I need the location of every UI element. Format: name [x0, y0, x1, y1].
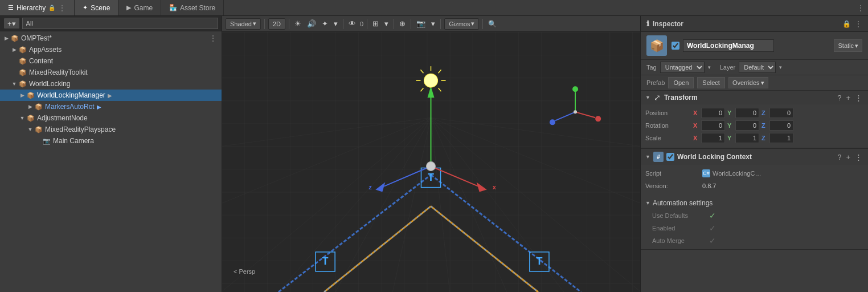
transform-icon[interactable]: ⊕ [398, 18, 407, 30]
expand-arrow[interactable]: ▼ [18, 115, 26, 121]
hierarchy-item-appassets[interactable]: ▶ 📦 AppAssets [0, 44, 222, 55]
tab-scene[interactable]: ✦ Scene [75, 0, 118, 15]
viewport-canvas[interactable]: 🔒 [222, 32, 640, 292]
script-file-icon: C# [702, 169, 710, 177]
main-layout: +▾ ▶ 📦 OMPTest* ⋮ ▶ 📦 AppAssets ▶ [0, 16, 868, 292]
fx-dropdown[interactable]: ▾ [332, 18, 339, 30]
object-active-checkbox[interactable] [672, 42, 679, 50]
svg-text:x: x [493, 184, 497, 190]
transform-help-btn[interactable]: ? [836, 94, 842, 102]
hierarchy-item-label: MarkersAutoRot [45, 103, 95, 111]
tab-asset-store-label: Asset Store [180, 4, 215, 12]
rotation-z-input[interactable] [769, 120, 793, 131]
hierarchy-add-button[interactable]: +▾ [3, 18, 20, 29]
tab-bar-menu-icon[interactable]: ⋮ [857, 3, 865, 13]
use-defaults-label: Use Defaults [652, 212, 709, 219]
hierarchy-item-content[interactable]: ▶ 📦 Content [0, 55, 222, 67]
wlc-actions: ? + ⋮ [836, 153, 863, 161]
search-viewport-icon[interactable]: 🔍 [486, 18, 498, 30]
wlc-component-header[interactable]: ▼ # World Locking Context ? + ⋮ [641, 148, 868, 165]
tag-select[interactable]: Untagged [660, 62, 705, 73]
hierarchy-item-maincamera[interactable]: ▶ 📷 Main Camera [0, 135, 222, 147]
hierarchy-item-markersautorot[interactable]: ▶ 📦 MarkersAutoRot ▶ [0, 101, 222, 112]
rotation-xyz: X Y Z [693, 120, 863, 131]
hierarchy-item-worldlockingmanager[interactable]: ▶ 📦 WorldLockingManager ▶ [0, 90, 222, 101]
overrides-label: Overrides [732, 79, 760, 86]
transform-body: Position X Y Z [641, 104, 868, 148]
automation-expand-arrow: ▼ [645, 200, 650, 206]
hierarchy-item-label: WorldLocking [29, 80, 70, 88]
gizmos-button[interactable]: Gizmos ▾ [444, 18, 479, 30]
scale-z-input[interactable] [769, 133, 793, 143]
transform-component: ▼ ⤢ Transform ? + ⋮ Position [641, 91, 868, 148]
automation-header[interactable]: ▼ Automation settings [645, 197, 863, 209]
expand-arrow[interactable]: ▼ [10, 81, 18, 87]
svg-point-50 [574, 110, 577, 113]
scale-x-input[interactable] [701, 133, 725, 143]
camera-dropdown[interactable]: ▾ [429, 18, 437, 30]
open-button[interactable]: Open [668, 77, 694, 88]
2d-toggle[interactable]: 2D [268, 18, 285, 30]
transform-component-header[interactable]: ▼ ⤢ Transform ? + ⋮ [641, 91, 868, 104]
scale-y-input[interactable] [735, 133, 759, 143]
svg-point-32 [426, 161, 435, 171]
static-button[interactable]: Static ▾ [834, 39, 862, 52]
expand-arrow[interactable]: ▶ [26, 104, 34, 110]
object-header: 📦 Static ▾ [641, 32, 868, 60]
expand-arrow[interactable]: ▶ [18, 92, 26, 98]
rotation-x-coord: X [693, 120, 725, 131]
expand-arrow[interactable]: ▶ [2, 35, 10, 41]
hierarchy-item-label: MixedRealityPlayspace [45, 125, 116, 133]
expand-arrow[interactable]: ▼ [26, 127, 34, 132]
svg-point-45 [572, 86, 578, 92]
grid-dropdown[interactable]: ▾ [383, 18, 390, 30]
hierarchy-item-omptest[interactable]: ▶ 📦 OMPTest* ⋮ [0, 33, 222, 44]
rotation-x-input[interactable] [701, 120, 725, 131]
folder-icon: 📦 [18, 68, 27, 77]
tab-hierarchy[interactable]: ☰ Hierarchy 🔒 ⋮ [0, 0, 75, 15]
y-label: Y [727, 122, 734, 129]
position-x-input[interactable] [701, 108, 725, 118]
wlc-menu-btn[interactable]: ⋮ [854, 153, 863, 161]
grid-icon[interactable]: ⊞ [371, 18, 380, 30]
dropdown-arrow: ▾ [253, 20, 256, 27]
expand-arrow[interactable]: ▶ [10, 47, 18, 52]
inspector-header: ℹ Inspector 🔒 ⋮ [641, 16, 868, 32]
wlc-add-btn[interactable]: + [845, 153, 851, 161]
position-z-input[interactable] [769, 108, 793, 118]
transform-add-btn[interactable]: + [845, 94, 851, 102]
hierarchy-item-label: AppAssets [29, 46, 62, 54]
hierarchy-panel: +▾ ▶ 📦 OMPTest* ⋮ ▶ 📦 AppAssets ▶ [0, 16, 222, 292]
layer-select[interactable]: Default [739, 62, 776, 73]
hierarchy-item-worldlocking[interactable]: ▼ 📦 WorldLocking [0, 78, 222, 90]
hierarchy-item-adjustmentnode[interactable]: ▼ 📦 AdjustmentNode [0, 112, 222, 124]
shading-dropdown[interactable]: Shaded ▾ [226, 18, 261, 30]
position-y-input[interactable] [735, 108, 759, 118]
gizmos-label: Gizmos [449, 21, 470, 27]
rotation-y-input[interactable] [735, 120, 759, 131]
hierarchy-item-mrtoolkit[interactable]: ▶ 📦 MixedRealityToolkit [0, 67, 222, 78]
wlc-help-btn[interactable]: ? [836, 153, 842, 161]
wlc-title: World Locking Context [677, 153, 833, 161]
scale-xyz: X Y Z [693, 133, 863, 143]
fx-icon[interactable]: ✦ [320, 18, 330, 30]
tag-layer-row: Tag Untagged ▾ Layer Default ▾ [641, 60, 868, 75]
overrides-button[interactable]: Overrides ▾ [728, 77, 768, 88]
transform-menu-btn[interactable]: ⋮ [854, 94, 863, 102]
hidden-icon[interactable]: 👁 [347, 18, 358, 30]
hierarchy-search-input[interactable] [22, 18, 218, 29]
hierarchy-item-mrplayspace[interactable]: ▼ 📦 MixedRealityPlayspace [0, 124, 222, 135]
inspector-menu-icon[interactable]: ⋮ [854, 19, 862, 29]
object-name-input[interactable] [683, 39, 774, 52]
camera-icon[interactable]: 📷 [415, 18, 427, 30]
tab-game[interactable]: ▶ Game [118, 0, 161, 15]
hierarchy-menu-icon[interactable]: ⋮ [58, 3, 66, 13]
inspector-lock-icon[interactable]: 🔒 [842, 20, 851, 28]
context-menu-icon[interactable]: ⋮ [207, 34, 219, 43]
light-icon[interactable]: ☀ [293, 18, 303, 30]
wlc-active-checkbox[interactable] [666, 153, 674, 161]
tab-asset-store[interactable]: 🏪 Asset Store [161, 0, 224, 15]
select-button[interactable]: Select [697, 77, 725, 88]
wlc-body: Script C# WorldLockingC… Version: 0.8.7 [641, 165, 868, 196]
audio-icon[interactable]: 🔊 [305, 18, 318, 30]
